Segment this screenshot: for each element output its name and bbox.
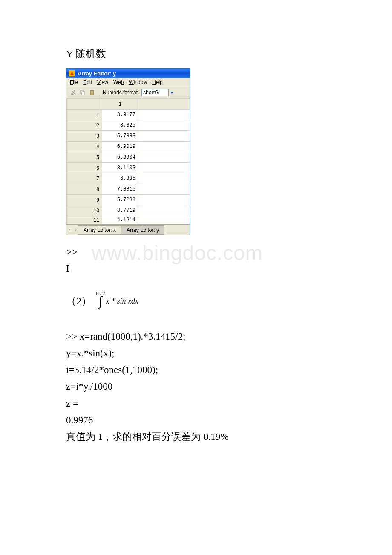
table-row: 68.1103 (67, 163, 190, 173)
table-row: 76.385 (67, 173, 190, 184)
array-editor-window: Array Editor: y File Edit View Web Windo… (66, 68, 190, 235)
cell[interactable]: 5.6904 (102, 152, 138, 163)
prompt-marker: >> (66, 244, 328, 260)
code-line: y=x.*sin(x); (66, 345, 328, 361)
grid-corner (67, 99, 102, 110)
data-grid: 1 18.9177 28.325 35.7833 46.9019 55.6904… (66, 98, 190, 224)
table-row: 87.8815 (67, 184, 190, 195)
cell-blank (138, 131, 190, 142)
cell-blank (138, 152, 190, 163)
integral-sign-icon: ∫ (99, 296, 102, 306)
cell[interactable]: 5.7833 (102, 131, 138, 142)
toolbar: Numeric format: ▾ (66, 87, 190, 98)
menu-web[interactable]: Web (113, 79, 124, 85)
cell-blank (138, 216, 190, 224)
numeric-format-label: Numeric format: (103, 90, 139, 95)
code-block: >> x=rand(1000,1).*3.1415/2; y=x.*sin(x)… (66, 328, 328, 445)
cell[interactable]: 8.9177 (102, 110, 138, 120)
row-header[interactable]: 2 (67, 120, 102, 131)
row-header[interactable]: 10 (67, 205, 102, 216)
cell[interactable]: 5.7288 (102, 195, 138, 205)
svg-rect-4 (82, 92, 85, 95)
table-row: 46.9019 (67, 142, 190, 152)
code-line: z=i*y./1000 (66, 378, 328, 395)
paste-icon[interactable] (88, 88, 96, 97)
formula-index: （2） (66, 294, 92, 308)
tab-scroll-right-icon[interactable]: › (72, 226, 78, 234)
table-row: 28.325 (67, 120, 190, 131)
row-header[interactable]: 7 (67, 173, 102, 184)
tab-bar: ‹ › Array Editor: x Array Editor: y (66, 224, 190, 235)
menu-window[interactable]: Window (129, 79, 147, 85)
table-row: 55.6904 (67, 152, 190, 163)
cell[interactable]: 6.385 (102, 173, 138, 184)
tab-scroll-left-icon[interactable]: ‹ (66, 226, 72, 234)
code-line: >> x=rand(1000,1).*3.1415/2; (66, 328, 328, 345)
code-line: 0.9976 (66, 412, 328, 428)
tab-array-x[interactable]: Array Editor: x (78, 225, 121, 235)
table-row: 108.7719 (67, 205, 190, 216)
table-row: 95.7288 (67, 195, 190, 205)
row-header[interactable]: 4 (67, 142, 102, 152)
code-line: i=3.14/2*ones(1,1000); (66, 361, 328, 378)
code-line: z = (66, 395, 328, 412)
cell-blank (138, 195, 190, 205)
integral-expression: x * sin xdx (106, 297, 138, 306)
svg-point-2 (74, 93, 75, 95)
row-header[interactable]: 11 (67, 216, 102, 224)
menu-view[interactable]: View (97, 79, 108, 85)
row-header[interactable]: 8 (67, 184, 102, 195)
tab-array-y[interactable]: Array Editor: y (121, 225, 164, 235)
cell[interactable]: 8.7719 (102, 205, 138, 216)
matlab-icon (69, 70, 75, 76)
menu-edit[interactable]: Edit (83, 79, 92, 85)
menu-help[interactable]: Help (152, 79, 163, 85)
svg-point-1 (71, 93, 73, 95)
section-heading: Y 随机数 (66, 47, 328, 61)
menu-file[interactable]: File (70, 79, 78, 85)
cell-blank (138, 173, 190, 184)
integral-lower-limit: 0 (99, 306, 102, 311)
cell-blank (138, 142, 190, 152)
code-line: 真值为 1，求的相对百分误差为 0.19% (66, 428, 328, 445)
column-header[interactable]: 1 (102, 99, 138, 110)
row-header[interactable]: 3 (67, 131, 102, 142)
cell-blank (138, 120, 190, 131)
column-header-blank (138, 99, 190, 110)
cell-blank (138, 184, 190, 195)
cell[interactable]: 8.1103 (102, 163, 138, 173)
cell[interactable]: 6.9019 (102, 142, 138, 152)
row-header[interactable]: 1 (67, 110, 102, 120)
cut-icon[interactable] (69, 88, 78, 97)
svg-rect-6 (91, 90, 93, 91)
table-row: 114.1214 (67, 216, 190, 224)
cell-blank (138, 205, 190, 216)
cell[interactable]: 8.325 (102, 120, 138, 131)
cell[interactable]: 7.8815 (102, 184, 138, 195)
cell-blank (138, 110, 190, 120)
chevron-down-icon[interactable]: ▾ (171, 90, 173, 95)
row-header[interactable]: 9 (67, 195, 102, 205)
toolbar-separator (99, 89, 99, 96)
table-row: 18.9177 (67, 110, 190, 120)
numeric-format-select[interactable] (141, 89, 169, 96)
row-header[interactable]: 6 (67, 163, 102, 173)
table-row: 35.7833 (67, 131, 190, 142)
cell-blank (138, 163, 190, 173)
menu-bar: File Edit View Web Window Help (66, 78, 190, 87)
cell[interactable]: 4.1214 (102, 216, 138, 224)
copy-icon[interactable] (78, 88, 87, 97)
formula: （2） II / 2 ∫ 0 x * sin xdx (66, 291, 328, 311)
window-title: Array Editor: y (78, 70, 116, 77)
variable-i: I (66, 260, 328, 276)
title-bar: Array Editor: y (66, 69, 190, 78)
row-header[interactable]: 5 (67, 152, 102, 163)
